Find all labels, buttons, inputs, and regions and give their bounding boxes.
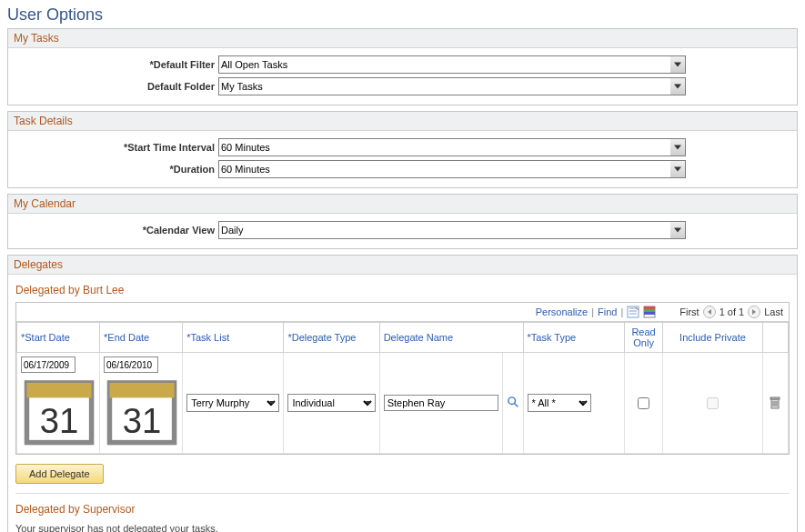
default-folder-select[interactable]: My Tasks — [218, 77, 686, 95]
toolbar-sep: | — [620, 306, 623, 317]
svg-rect-14 — [770, 397, 780, 399]
zoom-grid-icon[interactable] — [627, 306, 639, 318]
table-row: 31 31 Terry Murphy — [17, 353, 789, 454]
col-delete — [762, 323, 788, 353]
heading-delegated-by-supervisor: Delegated by Supervisor — [15, 503, 790, 516]
delete-row-icon[interactable] — [769, 396, 781, 410]
svg-text:31: 31 — [123, 401, 162, 440]
section-my-calendar: My Calendar *Calendar View Daily — [7, 194, 798, 249]
col-task-list[interactable]: *Task List — [183, 323, 284, 353]
start-interval-select[interactable]: 60 Minutes — [218, 138, 686, 156]
svg-rect-2 — [644, 306, 655, 309]
label-default-folder: Default Folder — [14, 81, 218, 92]
svg-text:31: 31 — [40, 401, 79, 440]
include-private-checkbox[interactable] — [707, 397, 719, 409]
label-calendar-view: *Calendar View — [14, 225, 218, 236]
heading-delegated-by-user: Delegated by Burt Lee — [15, 284, 790, 296]
find-link[interactable]: Find — [598, 306, 617, 317]
nav-last-label: Last — [764, 306, 783, 317]
section-my-tasks: My Tasks *Default Filter All Open Tasks … — [7, 28, 798, 105]
svg-line-12 — [515, 404, 518, 407]
lookup-icon[interactable] — [507, 399, 518, 410]
svg-point-11 — [508, 397, 516, 405]
nav-prev-icon[interactable] — [703, 306, 716, 318]
svg-rect-4 — [644, 312, 655, 315]
delegate-name-input[interactable] — [384, 395, 499, 411]
task-list-select[interactable]: Terry Murphy — [186, 394, 279, 412]
duration-select[interactable]: 60 Minutes — [218, 160, 686, 178]
svg-rect-3 — [644, 309, 655, 312]
svg-rect-9 — [110, 383, 175, 397]
label-default-filter: *Default Filter — [14, 59, 218, 70]
grid-toolbar: Personalize | Find | First 1 of 1 Last — [16, 303, 789, 322]
col-delegate-name[interactable]: Delegate Name — [379, 323, 523, 353]
supervisor-message: Your supervisor has not delegated your t… — [15, 523, 790, 532]
svg-rect-6 — [26, 383, 91, 397]
col-delegate-type[interactable]: *Delegate Type — [284, 323, 379, 353]
section-header-my-tasks: My Tasks — [8, 29, 797, 48]
start-date-input[interactable] — [21, 356, 75, 373]
default-filter-select[interactable]: All Open Tasks — [218, 55, 686, 74]
col-end-date[interactable]: *End Date — [100, 323, 183, 353]
divider — [15, 493, 790, 494]
toolbar-sep: | — [591, 306, 594, 317]
section-header-my-calendar: My Calendar — [8, 195, 797, 214]
read-only-checkbox[interactable] — [638, 397, 649, 409]
add-delegate-button[interactable]: Add Delegate — [15, 464, 104, 484]
section-header-delegates: Delegates — [8, 256, 797, 275]
col-start-date[interactable]: *Start Date — [17, 323, 100, 353]
col-read-only[interactable]: Read Only — [624, 323, 663, 353]
delegates-grid: Personalize | Find | First 1 of 1 Last — [15, 302, 790, 455]
nav-next-icon[interactable] — [748, 306, 760, 318]
download-grid-icon[interactable] — [643, 306, 656, 318]
task-type-select[interactable]: * All * — [528, 394, 591, 412]
page-title: User Options — [7, 5, 798, 25]
label-start-interval: *Start Time Interval — [14, 142, 218, 153]
nav-first-label: First — [679, 306, 699, 317]
col-task-type[interactable]: *Task Type — [523, 323, 624, 353]
calendar-view-select[interactable]: Daily — [218, 221, 686, 239]
nav-counter: 1 of 1 — [719, 306, 745, 317]
delegates-table: *Start Date *End Date *Task List *Delega… — [16, 322, 789, 454]
personalize-link[interactable]: Personalize — [536, 306, 588, 317]
col-include-private[interactable]: Include Private — [663, 323, 762, 353]
label-duration: *Duration — [14, 164, 218, 175]
section-delegates: Delegates Delegated by Burt Lee Personal… — [7, 255, 798, 532]
section-header-task-details: Task Details — [8, 112, 797, 131]
calendar-icon[interactable]: 31 — [105, 438, 179, 449]
delegate-type-select[interactable]: Individual — [287, 394, 375, 412]
section-task-details: Task Details *Start Time Interval 60 Min… — [7, 111, 798, 188]
calendar-icon[interactable]: 31 — [22, 438, 96, 449]
end-date-input[interactable] — [104, 356, 158, 373]
